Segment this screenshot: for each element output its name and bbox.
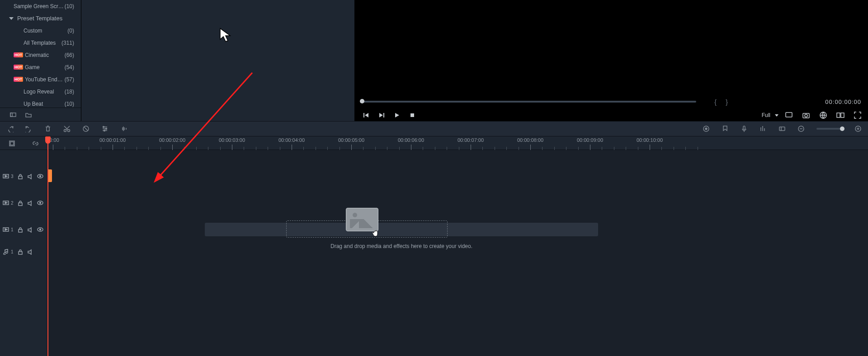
mute-icon[interactable] xyxy=(27,248,33,255)
stop-button[interactable] xyxy=(405,112,420,118)
folder-icon[interactable] xyxy=(25,112,32,118)
audio-mixer-icon[interactable] xyxy=(760,125,767,132)
ruler-label: 00:00:09:00 xyxy=(577,137,603,143)
timeline-ruler[interactable]: 00:0000:00:01:0000:00:02:0000:00:03:0000… xyxy=(0,136,868,150)
svg-point-34 xyxy=(39,176,41,177)
category-item[interactable]: Logo Reveal(18) xyxy=(0,85,81,98)
svg-marker-41 xyxy=(5,229,7,230)
category-header-preset-templates[interactable]: Preset Templates xyxy=(0,12,81,24)
svg-point-19 xyxy=(103,126,104,128)
render-icon[interactable] xyxy=(703,125,710,132)
vr-icon[interactable] xyxy=(819,111,827,119)
zoom-slider[interactable] xyxy=(816,128,843,130)
video-track-header[interactable]: 2 xyxy=(0,197,47,209)
category-label: Sample Green Scre... xyxy=(14,3,65,9)
category-label: Custom xyxy=(24,28,67,34)
category-label: YouTube Endscr... xyxy=(25,76,65,83)
svg-rect-29 xyxy=(10,142,14,145)
audio-adjust-icon[interactable] xyxy=(120,125,127,132)
transport-bar: Full xyxy=(359,110,868,121)
ruler-label: 00:00:04:00 xyxy=(278,137,305,143)
ruler-label: 00:00:01:00 xyxy=(99,137,126,143)
dragging-thumbnail xyxy=(346,208,378,231)
svg-rect-24 xyxy=(743,126,745,130)
ruler-label: 00:00:06:00 xyxy=(398,137,424,143)
svg-marker-7 xyxy=(395,113,399,117)
voiceover-icon[interactable] xyxy=(741,125,748,132)
mute-icon[interactable] xyxy=(27,226,33,233)
svg-point-17 xyxy=(68,130,70,132)
next-frame-button[interactable] xyxy=(374,112,389,118)
scrubber-head[interactable] xyxy=(360,99,364,103)
category-item[interactable]: HOTGame(54) xyxy=(0,61,81,73)
playhead[interactable] xyxy=(47,136,48,356)
category-item[interactable]: Custom(0) xyxy=(0,24,81,37)
category-item[interactable]: All Templates(311) xyxy=(0,37,81,49)
lock-icon[interactable] xyxy=(17,200,24,206)
video-track-header[interactable]: 3 xyxy=(0,170,47,183)
adjust-icon[interactable] xyxy=(101,125,108,132)
category-item-sample[interactable]: Sample Green Scre... (10) xyxy=(0,0,81,12)
zoom-out-icon[interactable] xyxy=(797,125,805,132)
zoom-in-icon[interactable] xyxy=(854,125,862,132)
mute-icon[interactable] xyxy=(27,200,33,206)
svg-point-44 xyxy=(39,229,41,230)
scrubber-track xyxy=(360,101,696,103)
track-index: 2 xyxy=(11,201,14,206)
svg-rect-25 xyxy=(779,127,785,131)
audio-track-header[interactable]: 1 xyxy=(0,245,47,258)
marker-icon[interactable] xyxy=(722,125,729,132)
ruler-label: 00:00:08:00 xyxy=(517,137,543,143)
svg-point-39 xyxy=(39,202,41,204)
ruler-tools xyxy=(0,136,47,150)
visibility-icon[interactable] xyxy=(37,173,43,179)
prev-frame-button[interactable] xyxy=(359,112,374,118)
grab-cursor-icon xyxy=(372,229,380,238)
redo-icon[interactable] xyxy=(25,125,33,132)
video-track-header[interactable]: 1 xyxy=(0,223,47,236)
undo-icon[interactable] xyxy=(6,125,14,132)
match-frame-icon[interactable] xyxy=(9,140,15,147)
preview-quality-select[interactable]: Full xyxy=(762,112,778,118)
mark-out-icon[interactable]: } xyxy=(726,98,728,106)
svg-rect-3 xyxy=(363,113,364,117)
hot-badge: HOT xyxy=(14,52,23,57)
visibility-icon[interactable] xyxy=(37,200,43,206)
link-icon[interactable] xyxy=(32,140,39,147)
grid-view-icon[interactable] xyxy=(10,112,16,118)
keyframe-tool-icon[interactable] xyxy=(778,125,786,132)
category-count: (311) xyxy=(61,40,74,46)
annotation-arrow xyxy=(149,66,259,187)
lock-icon[interactable] xyxy=(17,226,24,233)
preview-scrubber[interactable] xyxy=(360,99,696,103)
cut-icon[interactable] xyxy=(63,125,71,132)
display-settings-icon[interactable] xyxy=(785,111,793,119)
playhead-handle[interactable] xyxy=(45,136,51,144)
crop-icon[interactable] xyxy=(82,125,90,132)
drop-zone-hint: Drag and drop media and effects here to … xyxy=(330,243,472,249)
category-label: Cinematic xyxy=(25,52,65,58)
category-item[interactable]: HOTCinematic(66) xyxy=(0,49,81,61)
visibility-icon[interactable] xyxy=(37,226,43,233)
mark-in-icon[interactable]: { xyxy=(714,98,717,106)
snapshot-icon[interactable] xyxy=(802,111,810,119)
fullscreen-icon[interactable] xyxy=(854,111,862,119)
compare-icon[interactable] xyxy=(836,111,844,119)
svg-rect-5 xyxy=(383,113,384,117)
play-button[interactable] xyxy=(389,112,405,118)
category-item[interactable]: HOTYouTube Endscr...(57) xyxy=(0,73,81,85)
chevron-down-icon xyxy=(9,17,14,20)
drop-zone[interactable]: Drag and drop media and effects here to … xyxy=(205,220,598,243)
hot-badge: HOT xyxy=(14,65,23,70)
svg-rect-14 xyxy=(837,113,840,117)
video-track-icon xyxy=(3,173,9,179)
category-label: Logo Reveal xyxy=(24,89,65,95)
svg-rect-42 xyxy=(19,230,22,232)
track-headers: 3211 xyxy=(0,150,47,356)
svg-marker-4 xyxy=(365,113,368,117)
mute-icon[interactable] xyxy=(27,173,33,179)
lock-icon[interactable] xyxy=(17,248,24,255)
svg-point-21 xyxy=(104,130,105,131)
lock-icon[interactable] xyxy=(17,173,24,179)
delete-icon[interactable] xyxy=(44,125,52,132)
